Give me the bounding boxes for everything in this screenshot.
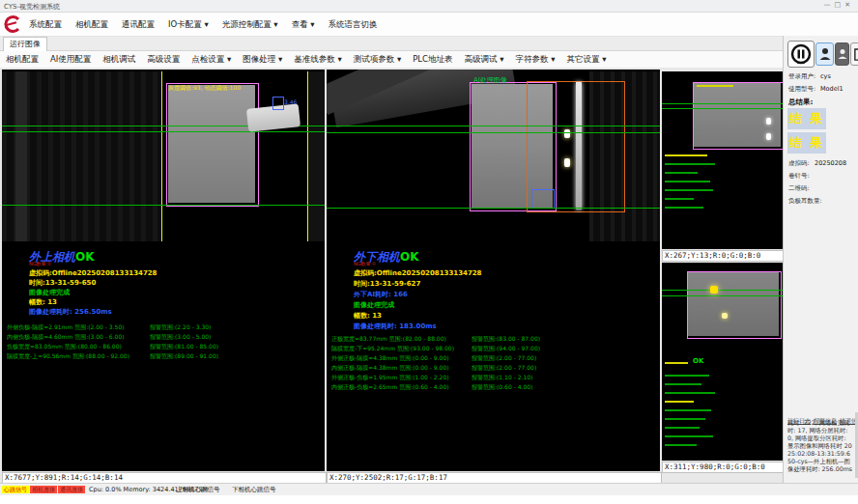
tool-ai-usage-config[interactable]: AI使用配置: [44, 51, 97, 68]
virtual-code-label: 虚拟码:: [788, 159, 810, 168]
micro-text-line: [665, 163, 715, 165]
measure-row: 隔膜宽度-上=90.56mm 范围:(88.00 - 92.00): [7, 352, 129, 361]
measure-line-horizontal: [327, 132, 660, 133]
reflective-edge: [576, 82, 582, 210]
measure-line-horizontal: [327, 208, 660, 209]
upper-camera-panel[interactable]: 3.46 灰度阈值:93, 动态阈值:100 外上相机OK NG数量:0 虚拟码…: [2, 70, 325, 471]
micro-text-line: [665, 444, 697, 446]
maximize-icon[interactable]: □: [835, 1, 845, 9]
exit-door-icon: [853, 48, 858, 61]
result-box-lower: 结 果: [787, 132, 826, 154]
tab-run-image[interactable]: 运行图像: [3, 37, 47, 51]
glow-spot: [710, 286, 718, 294]
alarm-range: 报警范围:(81.00 - 85.00): [150, 343, 218, 351]
tool-advanced-debug[interactable]: 高级调试 ▾: [459, 51, 510, 68]
total-result-label: 总结果:: [788, 98, 814, 107]
micro-text-line: [665, 362, 688, 364]
app-logo-icon: [3, 14, 22, 34]
pause-button[interactable]: [787, 41, 815, 68]
tool-plc-address-table[interactable]: PLC地址表: [407, 51, 458, 68]
menu-language-switch[interactable]: 系统语言切换: [322, 13, 385, 36]
side-camera-bottom-panel[interactable]: OK: [662, 263, 783, 461]
tool-advanced-settings[interactable]: 高级设置: [141, 51, 186, 68]
menu-bar: 系统配置 相机配置 通讯配置 IO卡配置 ▾ 光源控制配置 ▾ 查看 ▾ 系统语…: [0, 13, 858, 37]
micro-text-line: [665, 401, 694, 403]
ai-image-overlay-label: AI处理图像: [473, 75, 507, 85]
window-controls[interactable]: —□✕: [824, 1, 855, 9]
measure-row: 隔膜宽度-下=95.24mm 范围:(93.00 - 98.00): [331, 345, 454, 353]
capture-time: 时间:13-31-59-627: [354, 279, 420, 289]
micro-text-line: [665, 435, 713, 437]
menu-io-card-config[interactable]: IO卡配置 ▾: [161, 13, 215, 36]
measure-row: 内侧正极-负极=2.65mm 范围:(0.60 - 4.00): [331, 383, 449, 392]
user-manage-button[interactable]: [835, 42, 849, 66]
model-value: Model1: [820, 85, 844, 93]
tool-camera-config[interactable]: 相机配置: [0, 51, 44, 68]
measure-line-horizontal: [662, 295, 783, 296]
ng-note: NG数量:0: [29, 261, 50, 266]
frame-count: 幅数: 13: [354, 311, 382, 321]
micro-text-line: [665, 383, 701, 385]
micro-text-line: [665, 189, 713, 191]
comm-connection-badge: 通讯连接: [58, 486, 85, 493]
micro-text-line: [665, 181, 710, 182]
micro-text-line: [665, 418, 705, 420]
close-icon[interactable]: ✕: [844, 1, 854, 9]
measure-row: 正极宽度=83.77mm 范围:(82.00 - 88.00): [331, 335, 446, 344]
ai-time: 外下AI耗时: 166: [354, 290, 408, 299]
measure-row: 内侧负极-隔膜=4.60mm 范围:(3.00 - 6.00): [7, 333, 125, 342]
lower-camera-status: 下相机心跳信号: [232, 486, 276, 494]
menu-view[interactable]: 查看 ▾: [285, 13, 322, 36]
login-user-label: 登录用户:: [788, 72, 815, 81]
side-camera-top-panel[interactable]: [662, 71, 783, 249]
tool-other-settings[interactable]: 其它设置 ▾: [560, 51, 612, 68]
side-camera-top-coord-bar: X:267;Y:13;R:0;G:0;B:0: [662, 250, 785, 262]
alarm-range: 报警范围:(83.00 - 87.00): [472, 335, 540, 344]
micro-text-line: [665, 198, 694, 200]
result-ok-label: OK: [75, 250, 95, 264]
measure-row: 负极宽度=83.05mm 范围:(80.00 - 86.00): [7, 343, 122, 351]
lower-camera-panel[interactable]: AI处理图像 外下相机OK NG数量:0 虚拟码:Offline20250208…: [327, 70, 660, 471]
tool-spot-check[interactable]: 点检设置 ▾: [186, 51, 237, 68]
thumb-ok-label: OK: [693, 357, 703, 365]
alarm-range: 报警范围:(89.00 - 91.00): [150, 352, 218, 361]
virtual-barcode: 虚拟码:Offline20250208133134728: [354, 268, 482, 278]
glow-spot: [766, 133, 771, 140]
tool-baseline-params[interactable]: 基准线参数 ▾: [288, 51, 347, 68]
window-title: CYS-视觉检测系统: [4, 2, 60, 12]
heartbeat-status-badge: 心跳信号: [2, 486, 29, 493]
login-user-button[interactable]: [815, 42, 834, 66]
tool-camera-debug[interactable]: 相机调试: [97, 51, 141, 68]
tool-char-params[interactable]: 字符参数 ▾: [509, 51, 560, 68]
micro-text-line: [697, 85, 733, 87]
menu-system-config[interactable]: 系统配置: [22, 13, 69, 36]
status-bar: 心跳信号 相机连接 通讯连接 Cpu: 0.0% Memory: 3424.41…: [0, 483, 858, 495]
measure-line-horizontal: [662, 103, 783, 104]
frame-count: 幅数: 13: [29, 297, 57, 307]
menu-camera-config[interactable]: 相机配置: [69, 13, 115, 36]
tool-test-params[interactable]: 测试项参数 ▾: [348, 51, 407, 68]
tool-image-processing[interactable]: 图像处理 ▾: [237, 51, 288, 68]
alarm-range: 报警范围:(0.60 - 4.00): [472, 383, 532, 392]
virtual-code-value: 20250208: [815, 159, 846, 167]
capture-time: 时间:13-31-59-650: [29, 278, 96, 288]
user-icon: [838, 48, 847, 60]
sub-roi-rectangle: [531, 189, 555, 209]
measure-line-horizontal: [2, 131, 325, 132]
minimize-icon[interactable]: —: [824, 1, 835, 9]
measure-line-horizontal: [2, 205, 325, 206]
menu-comm-config[interactable]: 通讯配置: [115, 13, 161, 36]
camera-image-background: [308, 71, 325, 241]
machine-part: [15, 71, 27, 241]
virtual-barcode: 虚拟码:Offline20250208133134728: [29, 268, 157, 278]
menu-light-control-config[interactable]: 光源控制配置 ▾: [215, 13, 285, 36]
micro-text-line: [665, 375, 709, 377]
exit-button[interactable]: [850, 42, 858, 66]
glow-spot: [722, 313, 728, 319]
micro-text-line: [665, 207, 703, 209]
login-user-value: cys: [820, 72, 831, 80]
glow-spot: [766, 118, 771, 125]
result-box-upper: 结 果: [787, 108, 826, 129]
alarm-range: 报警范围:(1.10 - 2.10): [472, 374, 532, 382]
side-camera-bottom-coord-bar: X:311;Y:980;R:0;G:0;B:0: [662, 462, 785, 473]
